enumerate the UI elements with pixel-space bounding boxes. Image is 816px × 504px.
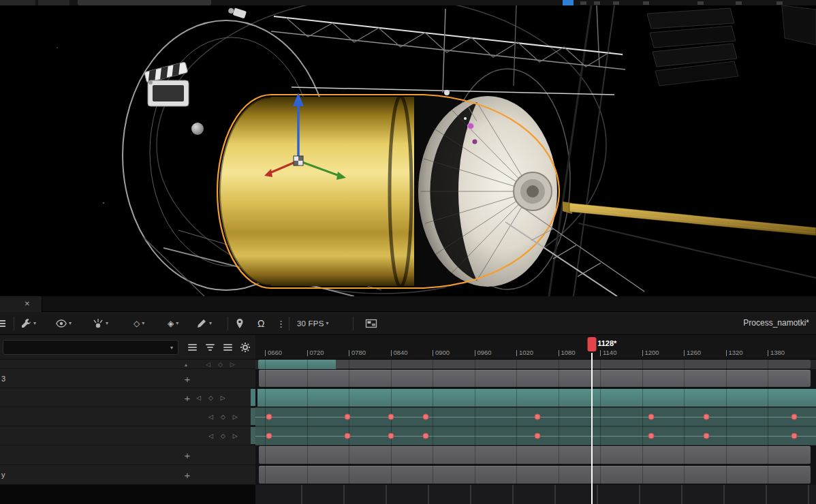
previous-key-icon[interactable]: ◁ [208,432,213,439]
track-lane[interactable] [255,445,816,465]
topbar-icon[interactable] [697,1,704,5]
keyframe[interactable] [266,433,272,439]
sequencer-content: ▾ ▴ ◁ ◇ ▷ [0,335,816,504]
keyframe-track[interactable] [255,407,816,426]
sequence-name[interactable]: Process_namotki* [743,318,809,328]
toolbar-field[interactable] [78,0,211,5]
add-button[interactable]: + [182,450,193,461]
chevron-down-icon: ▾ [69,321,72,326]
track-row[interactable]: ▴ ◁ ◇ ▷ [0,360,255,369]
keyframe[interactable] [344,414,350,420]
frame-rate-label: 30 FPS [297,319,324,328]
clip-bar[interactable] [258,360,336,369]
snapping-options-button[interactable]: ⋮ [277,315,285,332]
viewport-3d[interactable] [0,5,816,296]
keyframe[interactable] [534,414,540,420]
keyframe[interactable] [791,433,797,439]
edit-options-button[interactable]: ▾ [196,315,212,332]
topbar-icon[interactable] [580,1,586,5]
dome-end-cap[interactable] [418,96,557,287]
playhead[interactable]: 1128* [587,337,596,351]
viewport-canvas[interactable] [0,5,816,296]
track-row[interactable]: + [0,445,255,465]
snapping-button[interactable]: Ω [257,315,264,332]
keyframe[interactable] [266,414,272,420]
keyframe[interactable] [791,414,797,420]
keyframe[interactable] [422,414,428,420]
topbar-icon[interactable] [613,1,619,5]
next-key-icon[interactable]: ▷ [230,361,235,368]
previous-key-icon[interactable]: ◁ [208,413,213,420]
previous-key-icon[interactable]: ◁ [196,394,201,401]
selected-gold-cylinder[interactable] [219,96,421,287]
menu-button[interactable] [0,0,35,5]
next-key-icon[interactable]: ▷ [221,394,225,401]
menu-button-2[interactable] [38,0,69,5]
keyframe[interactable] [703,414,709,420]
track-lane[interactable] [255,360,816,369]
sphere-gizmo[interactable] [191,123,204,135]
section-bar[interactable] [259,466,811,484]
playback-options-button[interactable]: ▾ [93,315,108,332]
track-row[interactable]: y + [0,465,255,485]
keyframe-options-button[interactable]: ◇ ▾ [134,315,144,332]
add-button[interactable]: + [182,392,193,403]
keyframe[interactable] [648,414,654,420]
ruler-tick: 1380 [768,349,785,357]
section-bar[interactable] [259,370,811,387]
add-key-icon[interactable]: ◇ [221,432,225,439]
timeline-area[interactable]: 0660072007800840090009601020108011401200… [255,335,816,504]
auto-key-button[interactable]: ◈ ▾ [168,315,178,332]
close-tab-button[interactable]: × [25,298,30,309]
sequencer-tab[interactable]: × [0,296,42,312]
previous-key-icon[interactable]: ◁ [206,361,210,368]
playhead-line[interactable] [591,353,593,504]
topbar-icon[interactable] [776,1,783,5]
topbar-icon[interactable] [594,1,600,5]
toolbar-overflow-icon[interactable] [0,315,7,332]
track-row[interactable]: ◁ ◇ ▷ [0,426,255,445]
keyframe[interactable] [703,433,709,439]
active-tool-button[interactable] [563,0,574,5]
track-options-icon[interactable] [221,341,234,353]
track-row[interactable]: ◁ ◇ ▷ [0,407,255,426]
section-bar[interactable] [336,360,811,368]
sequencer-settings-button[interactable]: ▾ [20,315,36,332]
track-row[interactable]: 3 + [0,369,255,388]
track-lane[interactable] [255,369,816,388]
timeline-ruler[interactable]: 0660072007800840090009601020108011401200… [255,335,816,360]
timeline-overview-row[interactable] [255,485,816,504]
curve-editor-button[interactable] [365,315,377,332]
keyframe[interactable] [648,433,654,439]
filter-tracks-icon[interactable] [203,341,217,353]
add-button[interactable]: + [182,373,193,384]
keyframe[interactable] [388,414,394,420]
add-button[interactable]: + [182,469,193,481]
keyframe[interactable] [422,433,428,439]
keyframe[interactable] [388,433,394,439]
ruler-tick: 1020 [516,349,533,357]
collapse-tracks-icon[interactable] [185,341,199,353]
track-lane[interactable] [255,465,816,485]
settings-gear-icon[interactable] [238,341,252,353]
topbar-icon[interactable] [736,1,742,5]
chevron-up-icon[interactable]: ▴ [185,361,187,367]
keyframe-track[interactable] [255,426,816,445]
animation-section[interactable] [257,389,816,407]
frame-rate-dropdown[interactable]: 30 FPS ▾ [297,315,329,332]
gizmo-origin-handle[interactable] [294,156,303,166]
section-bar[interactable] [259,446,811,464]
add-key-icon[interactable]: ◇ [221,413,225,420]
add-key-icon[interactable]: ◇ [208,394,213,401]
keyframe[interactable] [534,433,540,439]
next-key-icon[interactable]: ▷ [233,413,238,420]
marked-frame-button[interactable] [234,315,245,332]
next-key-icon[interactable]: ▷ [233,432,238,439]
keyframe[interactable] [344,433,350,439]
track-row[interactable]: + ◁ ◇ ▷ [0,388,255,407]
view-options-button[interactable]: ▾ [56,315,72,332]
track-lane[interactable] [255,388,816,407]
search-tracks-dropdown[interactable]: ▾ [3,340,178,355]
add-key-icon[interactable]: ◇ [218,361,223,368]
topbar-icon[interactable] [643,1,649,5]
